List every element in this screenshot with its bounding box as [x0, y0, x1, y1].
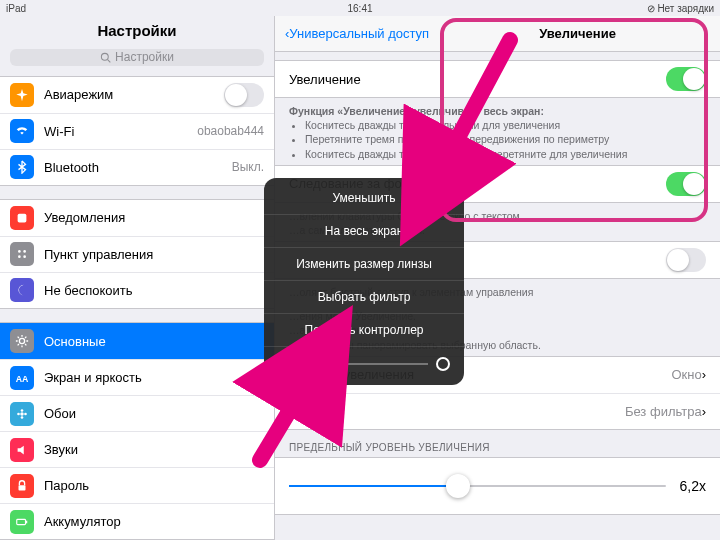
- flower-icon: [10, 402, 34, 426]
- sidebar-item-Аккумулятор[interactable]: Аккумулятор: [0, 503, 274, 539]
- zoom-label: Увеличение: [289, 72, 666, 87]
- popup-item-2[interactable]: Изменить размер линзы: [264, 247, 464, 280]
- page-title: Увеличение: [539, 26, 616, 41]
- sidebar-item-Обои[interactable]: Обои: [0, 395, 274, 431]
- svg-line-1: [108, 60, 111, 63]
- airplane-icon: [10, 83, 34, 107]
- sidebar-item-Wi-Fi[interactable]: Wi-Fiobaobab444: [0, 113, 274, 149]
- svg-text:AA: AA: [16, 373, 29, 383]
- gear-icon: [10, 329, 34, 353]
- follow-focus-toggle[interactable]: [666, 172, 706, 196]
- zoom-keyboard-toggle[interactable]: [666, 248, 706, 272]
- sidebar-item-Bluetooth[interactable]: BluetoothВыкл.: [0, 149, 274, 185]
- sidebar-title: Настройки: [0, 16, 274, 49]
- sidebar-item-Основные[interactable]: Основные: [0, 323, 274, 359]
- popup-item-4[interactable]: Показать контроллер: [264, 313, 464, 346]
- bluetooth-icon: [10, 155, 34, 179]
- control-icon: [10, 242, 34, 266]
- svg-point-13: [24, 412, 27, 415]
- popup-item-1[interactable]: На весь экран: [264, 214, 464, 247]
- sidebar-item-Не беспокоить[interactable]: Не беспокоить: [0, 272, 274, 308]
- aa-icon: AA: [10, 366, 34, 390]
- sidebar-item-Пароль[interactable]: Пароль: [0, 467, 274, 503]
- popup-item-0[interactable]: Уменьшить: [264, 182, 464, 214]
- search-input[interactable]: Настройки: [10, 49, 264, 66]
- popup-zoom-slider[interactable]: [264, 346, 464, 381]
- svg-point-7: [19, 338, 24, 343]
- moon-icon: [10, 278, 34, 302]
- max-zoom-header: ПРЕДЕЛЬНЫЙ УРОВЕНЬ УВЕЛИЧЕНИЯ: [275, 430, 720, 457]
- sidebar-item-Авиарежим[interactable]: Авиарежим: [0, 77, 274, 113]
- notif-icon: [10, 206, 34, 230]
- wifi-icon: [10, 119, 34, 143]
- svg-point-0: [101, 53, 108, 60]
- sidebar-item-Пункт управления[interactable]: Пункт управления: [0, 236, 274, 272]
- zoom-help: Функция «Увеличение» увеличивает весь эк…: [275, 98, 720, 165]
- status-time: 16:41: [347, 3, 372, 14]
- svg-rect-14: [19, 485, 26, 490]
- svg-point-11: [21, 416, 24, 419]
- settings-sidebar: Настройки Настройки АвиарежимWi-Fiobaoba…: [0, 16, 275, 540]
- zoom-out-icon: [278, 357, 292, 371]
- sidebar-item-Уведомления[interactable]: Уведомления: [0, 200, 274, 236]
- svg-point-6: [23, 256, 26, 259]
- status-device: iPad: [6, 3, 26, 14]
- zoom-toggle[interactable]: [666, 67, 706, 91]
- svg-point-3: [18, 251, 21, 254]
- zoom-in-icon: [436, 357, 450, 371]
- status-battery: Нет зарядки: [657, 3, 714, 14]
- popup-item-3[interactable]: Выбрать фильтр: [264, 280, 464, 313]
- svg-rect-15: [17, 519, 26, 524]
- lock-icon: [10, 474, 34, 498]
- svg-point-9: [20, 412, 24, 416]
- svg-point-12: [17, 412, 20, 415]
- sidebar-item-Звуки[interactable]: Звуки: [0, 431, 274, 467]
- svg-point-10: [21, 409, 24, 412]
- battery-icon: [10, 510, 34, 534]
- svg-rect-2: [18, 214, 27, 223]
- svg-rect-16: [26, 520, 27, 523]
- svg-point-4: [23, 251, 26, 254]
- zoom-popup: УменьшитьНа весь экранИзменить размер ли…: [264, 178, 464, 385]
- sound-icon: [10, 438, 34, 462]
- max-zoom-slider[interactable]: 6,2x: [275, 458, 720, 514]
- search-icon: [100, 52, 111, 63]
- zoom-filter-row[interactable]: Фильтр Без фильтра ›: [275, 393, 720, 429]
- sidebar-item-Экран и яркость[interactable]: AAЭкран и яркость: [0, 359, 274, 395]
- toggle[interactable]: [224, 83, 264, 107]
- back-button[interactable]: ‹ Универсальный доступ: [285, 26, 429, 41]
- svg-point-5: [18, 256, 21, 259]
